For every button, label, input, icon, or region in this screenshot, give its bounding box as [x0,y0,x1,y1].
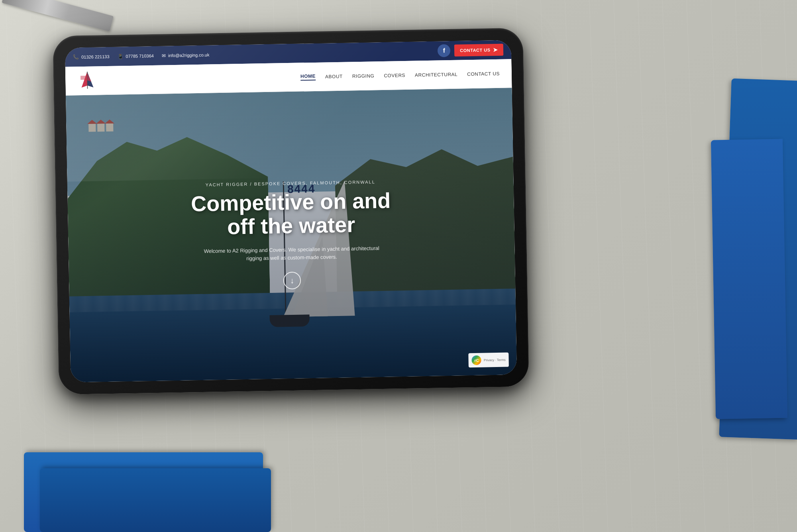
website-content: 📞 01326 221133 📱 07785 710364 ✉ info@a2r… [65,40,517,382]
recaptcha-text: Privacy · Terms [484,358,506,362]
scroll-down-button[interactable]: ↓ [283,272,301,290]
tablet-device: 📞 01326 221133 📱 07785 710364 ✉ info@a2r… [53,28,529,395]
hero-title: Competitive on and off the water [191,188,391,239]
contact-us-topbar-button[interactable]: CONTACT US ➤ [454,44,503,57]
facebook-icon: f [443,47,445,54]
recaptcha-logo: rC [472,355,481,365]
recaptcha-badge: rC Privacy · Terms [469,353,509,368]
top-bar-right: f CONTACT US ➤ [438,43,503,57]
nav-link-about[interactable]: ABOUT [325,73,343,79]
contact-us-arrow-icon: ➤ [493,47,498,53]
hero-section: 8444 YACHT RIGGER / BESPOKE COVERS, FALM… [66,88,517,382]
nav-link-contact[interactable]: CONTACT US [467,71,500,77]
logo-area[interactable] [77,69,98,92]
recaptcha-logo-text: rC [474,358,479,362]
notebook-bottom-2 [40,468,271,532]
phone2-item[interactable]: 📱 07785 710364 [117,53,154,59]
email-item[interactable]: ✉ info@a2rigging.co.uk [162,52,210,59]
hero-text-content: YACHT RIGGER / BESPOKE COVERS, FALMOUTH,… [167,179,416,291]
email-text: info@a2rigging.co.uk [168,53,210,58]
top-bar-left: 📞 01326 221133 📱 07785 710364 ✉ info@a2r… [73,52,209,60]
contact-us-topbar-label: CONTACT US [460,47,490,53]
scroll-down-icon: ↓ [290,276,294,285]
nav-link-architectural[interactable]: ARCHITECTURAL [415,71,457,78]
hero-description: Welcome to A2 Rigging and Covers. We spe… [196,244,388,264]
recaptcha-privacy: Privacy [484,358,494,362]
email-icon: ✉ [162,53,166,58]
hero-title-line1: Competitive on and [191,188,391,216]
svg-rect-5 [80,76,86,80]
logo-svg [77,69,98,92]
facebook-button[interactable]: f [438,44,451,57]
phone2-icon: 📱 [117,53,123,59]
notebook-right-2 [711,139,787,419]
phone2-text: 07785 710364 [126,53,154,59]
nav-links: HOME ABOUT RIGGING COVERS ARCHITECTURAL … [300,70,500,80]
phone1-item[interactable]: 📞 01326 221133 [73,54,110,60]
phone1-icon: 📞 [73,54,79,60]
nav-link-rigging[interactable]: RIGGING [352,73,375,79]
hero-title-line2: off the water [227,212,355,239]
tablet-bezel: 📞 01326 221133 📱 07785 710364 ✉ info@a2r… [65,40,517,382]
recaptcha-terms: Terms [497,358,506,361]
nav-link-home[interactable]: HOME [300,73,316,80]
nav-link-covers[interactable]: COVERS [384,72,405,78]
tablet-outer-shell: 📞 01326 221133 📱 07785 710364 ✉ info@a2r… [53,28,529,395]
phone1-text: 01326 221133 [81,54,110,59]
